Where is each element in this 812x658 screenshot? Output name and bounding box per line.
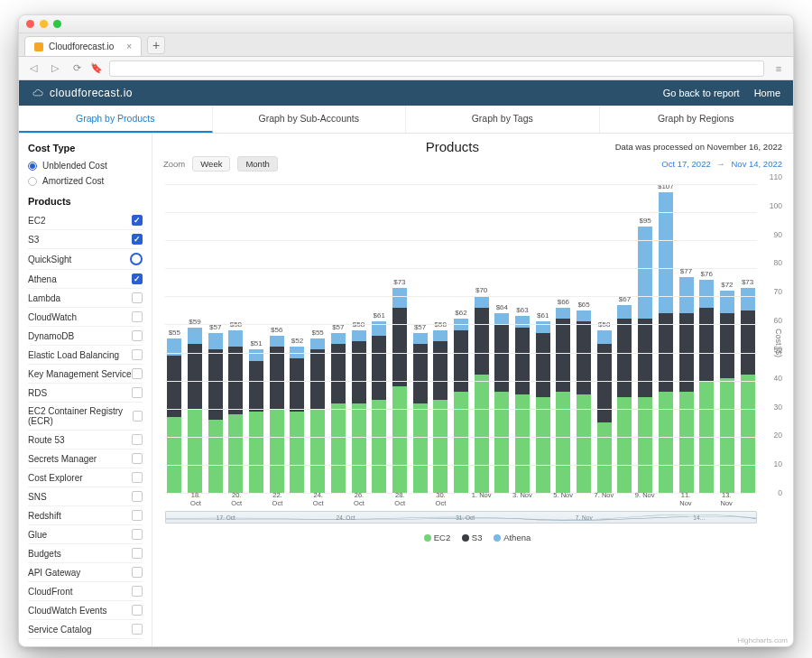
bar-segment-ec2[interactable] — [433, 400, 448, 493]
product-checkbox[interactable] — [132, 567, 143, 578]
bar-column[interactable]: $58 — [226, 184, 245, 493]
product-row[interactable]: Lambda — [28, 289, 143, 308]
product-checkbox[interactable] — [132, 529, 143, 540]
bar-column[interactable]: $55 — [165, 184, 184, 493]
bar-segment-ec2[interactable] — [413, 403, 428, 493]
bar-segment-ec2[interactable] — [331, 403, 346, 493]
product-row[interactable]: DynamoDB — [28, 327, 143, 346]
product-checkbox[interactable] — [132, 491, 143, 502]
link-go-back-report[interactable]: Go back to report — [663, 88, 740, 98]
nav-menu-icon[interactable]: ≡ — [771, 61, 786, 76]
bar-segment-athena[interactable] — [249, 349, 263, 360]
bar-segment-athena[interactable] — [413, 333, 428, 344]
bar-segment-s3[interactable] — [372, 336, 386, 401]
bar-segment-athena[interactable] — [352, 330, 366, 341]
product-row[interactable]: CloudFront — [28, 582, 143, 601]
bar-column[interactable]: $58 — [349, 184, 368, 493]
nav-reload-icon[interactable]: ⟳ — [69, 61, 84, 76]
bar-segment-s3[interactable] — [310, 349, 325, 408]
radio-unblended[interactable] — [28, 162, 37, 171]
product-checkbox[interactable] — [132, 311, 143, 322]
product-row[interactable]: CloudWatch — [28, 308, 143, 327]
legend-s3[interactable]: S3 — [472, 533, 483, 542]
product-checkbox[interactable] — [132, 548, 143, 559]
bar-segment-ec2[interactable] — [249, 412, 263, 493]
nav-forward-icon[interactable]: ▷ — [48, 61, 62, 76]
product-row[interactable]: Elastic Load Balancing — [28, 346, 143, 365]
bar-segment-s3[interactable] — [577, 321, 591, 394]
bar-segment-athena[interactable] — [228, 330, 243, 348]
bar-segment-athena[interactable] — [617, 305, 632, 320]
product-checkbox[interactable] — [132, 368, 143, 379]
bar-segment-athena[interactable] — [556, 308, 570, 319]
bar-segment-athena[interactable] — [433, 330, 448, 341]
bar-column[interactable]: $57 — [206, 184, 225, 493]
bar-segment-ec2[interactable] — [454, 392, 468, 493]
bar-column[interactable]: $95 — [636, 184, 655, 493]
bar-segment-s3[interactable] — [433, 341, 448, 400]
bar-segment-ec2[interactable] — [188, 409, 202, 493]
product-row[interactable]: Secrets Manager — [28, 449, 143, 468]
bar-column[interactable]: $73 — [391, 184, 410, 493]
bar-segment-ec2[interactable] — [208, 420, 223, 493]
product-checkbox[interactable] — [132, 624, 143, 635]
product-row[interactable]: Service Catalog — [28, 620, 143, 639]
bar-segment-ec2[interactable] — [310, 409, 325, 493]
bar-segment-athena[interactable] — [597, 330, 612, 345]
bar-segment-s3[interactable] — [494, 324, 509, 392]
product-checkbox[interactable] — [132, 330, 143, 341]
bar-segment-ec2[interactable] — [352, 403, 366, 493]
nav-bookmark-icon[interactable]: 🔖 — [91, 61, 102, 76]
bar-segment-ec2[interactable] — [741, 375, 755, 493]
product-checkbox[interactable] — [132, 349, 143, 360]
bar-segment-ec2[interactable] — [290, 412, 304, 493]
product-row[interactable]: QuickSight — [28, 249, 143, 270]
product-checkbox[interactable] — [130, 253, 143, 265]
bar-segment-athena[interactable] — [188, 328, 202, 345]
product-row[interactable]: RDS — [28, 384, 143, 403]
nav-back-icon[interactable]: ◁ — [26, 61, 41, 76]
bar-column[interactable]: $51 — [247, 184, 266, 493]
bar-column[interactable]: $72 — [718, 184, 737, 493]
product-checkbox[interactable] — [132, 434, 143, 445]
bar-segment-s3[interactable] — [454, 330, 468, 392]
bar-segment-athena[interactable] — [699, 280, 714, 308]
product-checkbox[interactable] — [132, 292, 143, 303]
tab-graph-subaccounts[interactable]: Graph by Sub-Accounts — [213, 106, 407, 133]
product-row[interactable]: EC2 Container Registry (ECR) — [28, 403, 143, 431]
bar-column[interactable]: $65 — [575, 184, 594, 493]
bar-segment-ec2[interactable] — [372, 400, 386, 493]
traffic-light-minimize[interactable] — [40, 20, 48, 28]
bar-column[interactable]: $52 — [288, 184, 307, 493]
bar-segment-s3[interactable] — [392, 308, 407, 386]
bar-segment-athena[interactable] — [310, 338, 325, 349]
product-row[interactable]: EC2✓ — [28, 211, 143, 230]
bar-segment-s3[interactable] — [617, 319, 632, 397]
new-tab-button[interactable]: + — [147, 36, 165, 54]
bar-segment-athena[interactable] — [208, 333, 223, 350]
bar-segment-ec2[interactable] — [597, 422, 612, 493]
bar-column[interactable]: $67 — [615, 184, 634, 493]
bar-column[interactable]: $58 — [595, 184, 614, 493]
bar-segment-athena[interactable] — [577, 310, 591, 321]
bar-segment-athena[interactable] — [679, 277, 694, 313]
bar-segment-athena[interactable] — [536, 321, 550, 332]
bar-segment-athena[interactable] — [331, 333, 346, 344]
bar-segment-s3[interactable] — [638, 319, 652, 397]
bar-column[interactable]: $61 — [533, 184, 552, 493]
zoom-month-button[interactable]: Month — [237, 156, 277, 171]
product-checkbox[interactable] — [132, 453, 143, 464]
radio-amortized[interactable] — [28, 177, 37, 186]
bar-column[interactable]: $76 — [697, 184, 716, 493]
bar-segment-ec2[interactable] — [659, 392, 673, 493]
bar-column[interactable]: $59 — [186, 184, 205, 493]
bar-segment-athena[interactable] — [494, 313, 509, 324]
tab-graph-products[interactable]: Graph by Products — [19, 106, 213, 133]
bar-segment-ec2[interactable] — [556, 392, 570, 493]
product-checkbox[interactable]: ✓ — [132, 273, 143, 284]
bar-segment-s3[interactable] — [352, 341, 366, 403]
bar-segment-s3[interactable] — [290, 358, 304, 412]
tab-graph-regions[interactable]: Graph by Regions — [600, 106, 794, 133]
bar-segment-s3[interactable] — [515, 328, 530, 395]
product-row[interactable]: Redshift — [28, 506, 143, 525]
